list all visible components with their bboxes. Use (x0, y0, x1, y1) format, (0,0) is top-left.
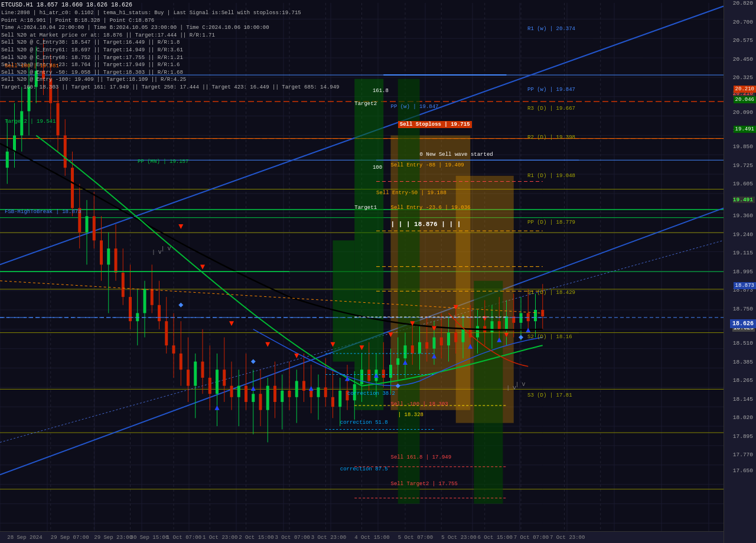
price-label: 20.700 (733, 19, 755, 25)
time-label: 1 Oct 07:00 (167, 535, 201, 541)
price-chart (0, 0, 756, 543)
time-label: 29 Sep 23:00 (94, 535, 132, 541)
time-label: 28 Sep 2024 (7, 535, 42, 541)
price-label: 20.090 (733, 109, 755, 116)
price-badge-18873: 18.873 (734, 282, 756, 289)
time-label: 2 Oct 15:00 (239, 535, 273, 541)
price-label: 19.360 (733, 212, 755, 219)
price-label: 19.605 (733, 181, 755, 187)
time-label: 7 Oct 23:00 (550, 535, 585, 541)
price-label: 18.265 (733, 377, 755, 384)
price-label: 20.450 (733, 56, 755, 63)
time-label: 3 Oct 23:00 (311, 535, 346, 541)
price-label: 17.650 (733, 467, 755, 474)
chart-container: ETCUSD.H1 18.657 18.660 18.626 18.626Lin… (0, 0, 756, 543)
time-label: 6 Oct 15:00 (478, 535, 513, 541)
price-label: 18.145 (733, 396, 755, 403)
time-label: 1 Oct 23:00 (203, 535, 237, 541)
time-label: 4 Oct 15:00 (354, 535, 389, 541)
time-label: 7 Oct 07:00 (514, 535, 549, 541)
price-scale: 20.82020.70020.57520.45020.32520.21020.0… (724, 0, 756, 543)
time-label: 3 Oct 07:00 (275, 535, 310, 541)
price-label: 18.995 (733, 269, 755, 275)
time-label: 29 Sep 07:00 (51, 535, 89, 541)
price-badge-20046: 20.046 (734, 96, 756, 103)
price-badge-19491: 19.491 (734, 126, 756, 133)
price-label: 19.240 (733, 231, 755, 238)
price-label: 20.820 (733, 0, 755, 6)
price-label: 18.510 (733, 340, 755, 346)
time-scale: 28 Sep 202429 Sep 07:0029 Sep 23:0030 Se… (0, 531, 724, 543)
price-label: 18.385 (733, 359, 755, 365)
time-label: 30 Sep 15:00 (131, 535, 169, 541)
price-label: 19.725 (733, 162, 755, 169)
price-label: 17.895 (733, 433, 755, 440)
time-label: 5 Oct 07:00 (398, 535, 433, 541)
price-label: 20.325 (733, 74, 755, 81)
price-label: 19.491 (733, 197, 755, 203)
time-label: 5 Oct 23:00 (441, 535, 476, 541)
price-label: 20.575 (733, 37, 755, 44)
price-badge-20210: 20.210 (734, 86, 756, 93)
price-label: 18.750 (733, 306, 755, 312)
price-label: 19.850 (733, 143, 755, 150)
price-label: 18.020 (733, 414, 755, 421)
current-price-badge: 18.626 (730, 319, 756, 328)
price-label: 17.770 (733, 452, 755, 458)
price-label: 19.115 (733, 250, 755, 256)
